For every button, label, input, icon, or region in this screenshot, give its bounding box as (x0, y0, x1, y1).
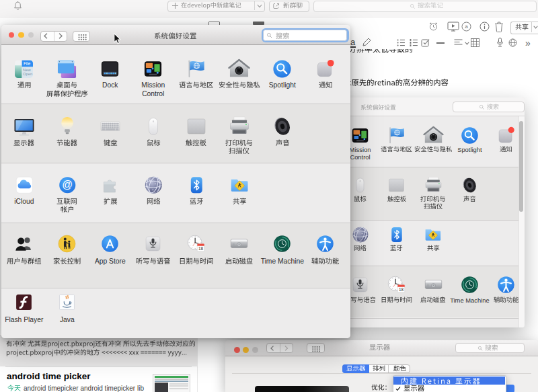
svg-text:a: a (465, 24, 468, 30)
